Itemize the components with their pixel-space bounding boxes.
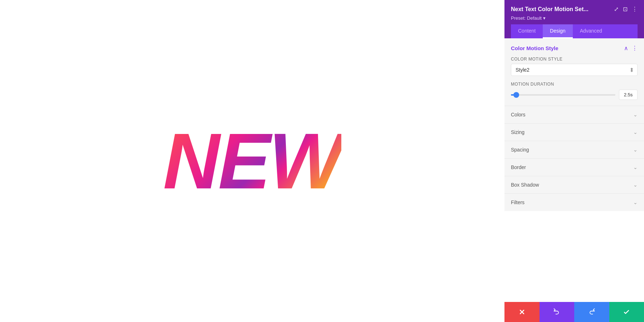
motion-duration-section: Motion Duration 2.5s [511, 82, 638, 100]
layout-icon[interactable]: ⊡ [623, 6, 628, 13]
box-shadow-section: Box Shadow ⌄ [504, 176, 644, 193]
style-field-label: Color Motion Style [511, 57, 638, 62]
slider-track [511, 94, 615, 96]
panel-header-icons: ⤢ ⊡ ⋮ [614, 6, 638, 13]
collapse-icon[interactable]: ∧ [624, 45, 628, 52]
box-shadow-header[interactable]: Box Shadow ⌄ [504, 176, 644, 193]
color-motion-style-header: Color Motion Style ∧ ⋮ [504, 38, 644, 57]
spacing-section: Spacing ⌄ [504, 141, 644, 158]
bottom-toolbar [504, 302, 644, 322]
panel-title: Next Text Color Motion Set... [511, 6, 614, 13]
more-icon[interactable]: ⋮ [632, 6, 638, 13]
filters-chevron-icon: ⌄ [633, 200, 638, 205]
spacing-chevron-icon: ⌄ [633, 147, 638, 153]
box-shadow-chevron-icon: ⌄ [633, 182, 638, 188]
border-chevron-icon: ⌄ [633, 164, 638, 170]
slider-row: 2.5s [511, 90, 638, 100]
border-title: Border [511, 164, 526, 170]
section-header-icons: ∧ ⋮ [624, 45, 638, 52]
filters-section: Filters ⌄ [504, 193, 644, 211]
colors-chevron-icon: ⌄ [633, 112, 638, 117]
panel-body: Color Motion Style ∧ ⋮ Color Motion Styl… [504, 38, 644, 322]
tab-advanced[interactable]: Advanced [573, 24, 609, 38]
filters-header[interactable]: Filters ⌄ [504, 194, 644, 211]
colors-header[interactable]: Colors ⌄ [504, 106, 644, 123]
colors-title: Colors [511, 112, 525, 117]
section-title: Color Motion Style [511, 45, 558, 51]
tab-design[interactable]: Design [543, 24, 573, 38]
panel-tabs: Content Design Advanced [511, 24, 638, 38]
cancel-button[interactable] [504, 302, 540, 322]
border-header[interactable]: Border ⌄ [504, 159, 644, 176]
motion-duration-label: Motion Duration [511, 82, 638, 87]
panel: Next Text Color Motion Set... ⤢ ⊡ ⋮ Pres… [504, 0, 644, 322]
section-more-icon[interactable]: ⋮ [632, 45, 638, 52]
sizing-title: Sizing [511, 129, 525, 135]
tab-content[interactable]: Content [511, 24, 543, 38]
border-section: Border ⌄ [504, 158, 644, 176]
spacing-title: Spacing [511, 147, 529, 153]
panel-header: Next Text Color Motion Set... ⤢ ⊡ ⋮ Pres… [504, 0, 644, 38]
section-content: Color Motion Style Style1 Style2 Style3 … [504, 57, 644, 106]
spacing-header[interactable]: Spacing ⌄ [504, 141, 644, 158]
redo-button[interactable] [574, 302, 609, 322]
undo-button[interactable] [540, 302, 575, 322]
sizing-chevron-icon: ⌄ [633, 129, 638, 135]
style-select[interactable]: Style1 Style2 Style3 [511, 64, 638, 76]
preset-label: Preset: Default ▾ [511, 15, 638, 21]
filters-title: Filters [511, 200, 525, 205]
slider-thumb[interactable] [513, 92, 519, 98]
sizing-header[interactable]: Sizing ⌄ [504, 124, 644, 141]
colors-section: Colors ⌄ [504, 106, 644, 123]
sizing-section: Sizing ⌄ [504, 123, 644, 141]
canvas-text: NEW [163, 122, 341, 201]
style-select-wrapper: Style1 Style2 Style3 ⬍ [511, 64, 638, 76]
canvas: NEW [0, 0, 504, 322]
box-shadow-title: Box Shadow [511, 182, 539, 188]
slider-value[interactable]: 2.5s [619, 90, 638, 100]
expand-icon[interactable]: ⤢ [614, 6, 619, 13]
save-button[interactable] [609, 302, 644, 322]
